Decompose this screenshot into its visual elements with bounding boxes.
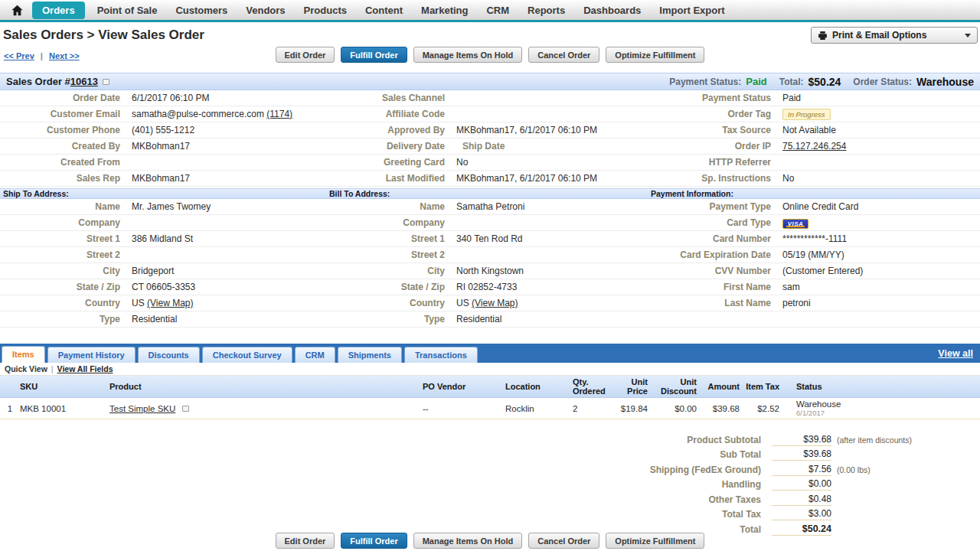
row-number: 1 xyxy=(0,404,20,413)
tab-payment-history[interactable]: Payment History xyxy=(47,347,136,363)
field-value: Ship Date xyxy=(449,141,651,152)
nav-item-reports[interactable]: Reports xyxy=(518,2,574,19)
top-action-buttons: Edit Order Fulfill Order Manage Items On… xyxy=(0,47,980,63)
cancel-order-button[interactable]: Cancel Order xyxy=(528,47,599,63)
nav-item-marketing[interactable]: Marketing xyxy=(412,2,477,19)
nav-item-import-export[interactable]: Import Export xyxy=(650,2,733,19)
edit-order-button[interactable]: Edit Order xyxy=(276,533,335,549)
field-label: Sales Rep xyxy=(0,173,124,184)
field-label: Created By xyxy=(0,141,124,152)
field-label: Greeting Card xyxy=(329,157,449,168)
fulfill-order-button[interactable]: Fulfill Order xyxy=(341,47,407,63)
field-value: North Kingstown xyxy=(449,266,651,276)
tab-discounts[interactable]: Discounts xyxy=(138,347,200,363)
col-status: Status xyxy=(786,382,980,391)
nav-item-vendors[interactable]: Vendors xyxy=(237,2,294,19)
order-summary-right: Payment Status: Paid Total: $50.24 Order… xyxy=(669,76,974,88)
tab-transactions[interactable]: Transactions xyxy=(404,347,478,363)
field-value: samatha@pulse-commerce.com (1174) xyxy=(124,109,329,119)
unit-price-cell: $19.84 xyxy=(609,404,654,413)
address-section-headers: Ship To Address: Bill To Address: Paymen… xyxy=(0,188,980,199)
field-value: RI 02852-4733 xyxy=(449,282,651,292)
email-count-link[interactable]: (1174) xyxy=(266,109,292,119)
field-value: US (View Map) xyxy=(124,298,329,308)
nav-item-crm[interactable]: CRM xyxy=(477,2,518,19)
order-number-link[interactable]: 10613 xyxy=(70,76,98,87)
home-icon[interactable] xyxy=(11,2,26,18)
field-label: Delivery Date xyxy=(329,141,449,152)
field-value: CT 06605-3353 xyxy=(124,282,329,292)
tab-items[interactable]: Items xyxy=(2,346,45,363)
bottom-action-buttons: Edit Order Fulfill Order Manage Items On… xyxy=(0,533,980,549)
field-label: Approved By xyxy=(329,125,449,135)
nav-item-customers[interactable]: Customers xyxy=(166,2,237,19)
field-value: 6/1/2017 06:10 PM xyxy=(124,93,329,103)
quick-view-label[interactable]: Quick View xyxy=(5,364,47,373)
field-label: Order Tag xyxy=(651,109,775,119)
field-label: Card Number xyxy=(651,233,775,244)
detail-row: Order Date 6/1/2017 06:10 PM Sales Chann… xyxy=(0,90,980,106)
address-row: Company Company Card Type VISA xyxy=(0,215,980,231)
manage-items-on-hold-button[interactable]: Manage Items On Hold xyxy=(413,47,523,63)
field-value: Mr. James Twomey xyxy=(124,201,329,212)
total-row-label: Shipping (FedEx Ground) xyxy=(631,465,772,475)
ship-to-header: Ship To Address: xyxy=(0,189,329,198)
nav-item-products[interactable]: Products xyxy=(295,2,356,19)
field-value: MKBohman17 xyxy=(124,141,329,152)
total-row-value: $7.56 xyxy=(772,464,831,476)
total-row-label: Total Tax xyxy=(631,509,772,520)
field-value: sam xyxy=(775,282,980,292)
view-map-link[interactable]: (View Map) xyxy=(472,298,518,308)
field-label: Type xyxy=(0,314,124,324)
sales-order-page: Orders Point of Sale Customers Vendors P… xyxy=(0,0,980,551)
item-tax-cell: $2.52 xyxy=(746,404,786,413)
edit-order-button[interactable]: Edit Order xyxy=(276,47,335,63)
total-row: Sub Total $39.68 xyxy=(631,448,952,463)
order-details: Order Date 6/1/2017 06:10 PM Sales Chann… xyxy=(0,90,980,187)
field-label: Customer Email xyxy=(0,109,124,119)
nav-item-content[interactable]: Content xyxy=(356,2,412,19)
tab-shipments[interactable]: Shipments xyxy=(338,347,402,363)
product-link[interactable]: Test Simple SKU xyxy=(109,404,175,413)
detail-row: Customer Email samatha@pulse-commerce.co… xyxy=(0,106,980,122)
field-label: State / Zip xyxy=(329,282,449,292)
order-tag-badge: In Progress xyxy=(782,109,831,120)
fulfill-order-button[interactable]: Fulfill Order xyxy=(341,533,407,549)
field-label: CVV Number xyxy=(651,266,775,276)
total-row-note: (0.00 lbs) xyxy=(831,465,952,474)
view-all-fields-link[interactable]: View All Fields xyxy=(57,364,113,373)
view-map-link[interactable]: (View Map) xyxy=(147,298,193,308)
total-row-value: $0.00 xyxy=(772,478,831,491)
col-qty-ordered: Qty. Ordered xyxy=(573,377,609,396)
nav-item-point-of-sale[interactable]: Point of Sale xyxy=(88,2,167,19)
tab-checkout-survey[interactable]: Checkout Survey xyxy=(202,347,292,363)
field-value: (401) 555-1212 xyxy=(124,125,329,135)
field-label: Country xyxy=(329,298,449,308)
print-email-options-label: Print & Email Options xyxy=(832,30,930,41)
nav-item-orders[interactable]: Orders xyxy=(32,2,85,19)
nav-item-dashboards[interactable]: Dashboards xyxy=(574,2,650,19)
field-label: City xyxy=(0,266,124,276)
country-value: US xyxy=(132,298,145,308)
optimize-fulfillment-button[interactable]: Optimize Fulfillment xyxy=(606,47,704,63)
manage-items-on-hold-button[interactable]: Manage Items On Hold xyxy=(413,533,523,549)
comment-icon[interactable] xyxy=(103,79,109,85)
detail-tabs: Items Payment History Discounts Checkout… xyxy=(0,344,980,363)
col-po-vendor: PO Vendor xyxy=(423,382,505,391)
order-ip-link[interactable]: 75.127.246.254 xyxy=(782,141,846,152)
optimize-fulfillment-button[interactable]: Optimize Fulfillment xyxy=(606,533,704,549)
print-email-options-button[interactable]: Print & Email Options xyxy=(811,27,978,44)
payment-status-label: Payment Status: xyxy=(669,77,741,87)
address-row: Country US (View Map) Country US (View M… xyxy=(0,295,980,311)
field-label: Company xyxy=(0,217,124,228)
cancel-order-button[interactable]: Cancel Order xyxy=(528,533,599,549)
sku-cell: MKB 10001 xyxy=(20,404,109,413)
field-value: 386 Midland St xyxy=(124,233,329,244)
tab-crm[interactable]: CRM xyxy=(295,347,335,363)
location-cell: Rocklin xyxy=(505,404,573,413)
comment-icon[interactable] xyxy=(182,406,189,412)
field-value: ************-1111 xyxy=(775,233,980,244)
view-all-link[interactable]: View all xyxy=(938,348,980,363)
payment-status-value: Paid xyxy=(746,76,766,87)
field-label: Tax Source xyxy=(651,125,775,135)
